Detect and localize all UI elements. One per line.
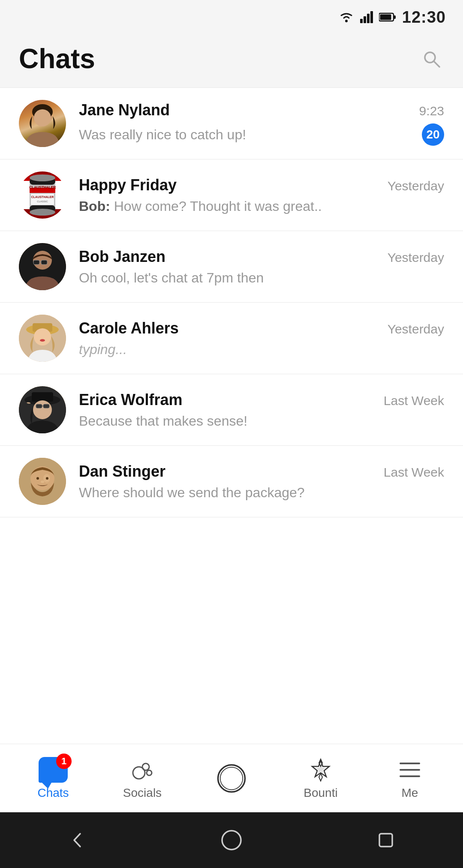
avatar-jane-nyland (19, 100, 66, 147)
chat-item-happy-friday[interactable]: CLAUSTHALER CLASSIC Happy Friday Yesterd… (0, 159, 463, 231)
svg-rect-2 (364, 16, 366, 23)
nav-item-socials[interactable]: Socials (98, 757, 187, 800)
chat-info-bob-janzen: Bob Janzen Yesterday Oh cool, let's chat… (79, 248, 444, 286)
page-title: Chats (19, 43, 95, 75)
bottom-nav: 1 Chats Socials (0, 744, 463, 812)
chat-top-row: Dan Stinger Last Week (79, 463, 444, 481)
chats-nav-badge: 1 (56, 754, 72, 769)
header: Chats (0, 34, 463, 88)
avatar-bob-janzen (19, 243, 66, 290)
chat-preview: Bob: How come? Thought it was great.. (79, 198, 379, 214)
chat-item-jane-nyland[interactable]: Jane Nyland 9:23 Was really nice to catc… (0, 88, 463, 159)
svg-point-42 (36, 477, 39, 480)
chat-top-row: Jane Nyland 9:23 (79, 101, 444, 119)
chat-name: Erica Wolfram (79, 391, 182, 409)
svg-rect-7 (394, 15, 396, 19)
svg-rect-37 (43, 404, 49, 408)
chat-info-erica-wolfram: Erica Wolfram Last Week Because that mak… (79, 391, 444, 429)
svg-point-12 (34, 109, 51, 126)
svg-point-53 (222, 831, 241, 850)
svg-rect-54 (379, 834, 392, 847)
avatar-carole-ahlers (19, 315, 66, 362)
svg-rect-1 (360, 19, 363, 23)
nav-label-socials: Socials (123, 786, 162, 800)
socials-icon (129, 757, 155, 782)
chat-item-bob-janzen[interactable]: Bob Janzen Yesterday Oh cool, let's chat… (0, 231, 463, 303)
svg-rect-4 (370, 11, 373, 23)
android-home-button[interactable] (216, 825, 247, 855)
chat-name: Carole Ahlers (79, 319, 179, 337)
me-icon (398, 759, 422, 781)
svg-point-47 (147, 770, 152, 775)
bounti-nav-icon (306, 757, 336, 783)
wifi-icon (339, 11, 354, 23)
chat-info-jane-nyland: Jane Nyland 9:23 Was really nice to catc… (79, 101, 444, 146)
svg-line-9 (434, 61, 439, 67)
svg-point-43 (46, 477, 48, 480)
nav-item-chats[interactable]: 1 Chats (9, 757, 98, 800)
chat-preview: Was really nice to catch up! (79, 127, 246, 143)
svg-rect-24 (33, 260, 39, 264)
home-icon (220, 829, 243, 851)
chat-name: Dan Stinger (79, 463, 165, 481)
chat-time: Yesterday (388, 322, 444, 336)
android-nav (0, 812, 463, 868)
svg-rect-3 (367, 14, 370, 23)
status-icons: 12:30 (339, 8, 446, 27)
android-recent-button[interactable] (371, 825, 401, 855)
search-icon (421, 49, 441, 69)
socials-nav-icon (127, 757, 157, 783)
svg-point-46 (142, 763, 149, 770)
avatar-erica-wolfram (19, 386, 66, 433)
chat-info-happy-friday: Happy Friday Yesterday Bob: How come? Th… (79, 176, 444, 214)
chat-time: 9:23 (419, 104, 444, 118)
me-nav-icon (395, 757, 425, 783)
chats-nav-icon: 1 (38, 757, 68, 783)
nav-label-me: Me (402, 786, 418, 800)
chat-time: Last Week (384, 393, 444, 408)
svg-point-0 (345, 20, 348, 22)
nav-label-bounti: Bounti (304, 786, 337, 800)
chat-time: Yesterday (388, 250, 444, 265)
chat-item-dan-stinger[interactable]: Dan Stinger Last Week Where should we se… (0, 446, 463, 517)
svg-point-30 (34, 328, 51, 345)
bounti-icon (308, 757, 334, 783)
svg-rect-34 (32, 392, 53, 402)
sender-name: Bob: (79, 198, 110, 214)
chat-item-carole-ahlers[interactable]: Carole Ahlers Yesterday typing... (0, 303, 463, 374)
search-button[interactable] (418, 46, 444, 72)
chat-top-row: Carole Ahlers Yesterday (79, 319, 444, 337)
nav-item-bounti[interactable]: Bounti (276, 757, 365, 800)
svg-point-49 (220, 767, 243, 790)
battery-icon (379, 12, 396, 22)
chat-name: Bob Janzen (79, 248, 165, 266)
status-bar: 12:30 (0, 0, 463, 34)
android-back-button[interactable] (62, 825, 92, 855)
svg-point-35 (33, 400, 52, 419)
signal-icon (360, 11, 373, 23)
back-icon (66, 829, 88, 851)
chat-item-erica-wolfram[interactable]: Erica Wolfram Last Week Because that mak… (0, 374, 463, 446)
svg-point-48 (218, 765, 245, 792)
svg-point-31 (40, 339, 45, 342)
chat-list: Jane Nyland 9:23 Was really nice to catc… (0, 88, 463, 742)
status-time: 12:30 (402, 8, 446, 27)
chat-name: Happy Friday (79, 176, 177, 194)
recent-icon (376, 830, 396, 850)
svg-point-40 (30, 466, 54, 490)
chat-preview: Oh cool, let's chat at 7pm then (79, 270, 264, 285)
chat-time: Yesterday (388, 179, 444, 193)
avatar-happy-friday: CLAUSTHALER CLASSIC (19, 171, 66, 219)
nav-item-camera[interactable] (187, 766, 276, 791)
avatar-dan-stinger (19, 458, 66, 505)
chat-time: Last Week (384, 465, 444, 480)
preview-text: How come? Thought it was great.. (114, 198, 322, 214)
svg-text:CLASSIC: CLASSIC (37, 200, 48, 203)
nav-item-me[interactable]: Me (365, 757, 454, 800)
unread-badge: 20 (422, 123, 444, 146)
svg-rect-25 (41, 260, 47, 264)
chat-top-row: Erica Wolfram Last Week (79, 391, 444, 409)
svg-rect-16 (30, 188, 55, 193)
svg-text:CLAUSTHALER: CLAUSTHALER (31, 195, 54, 198)
chat-name: Jane Nyland (79, 101, 170, 119)
